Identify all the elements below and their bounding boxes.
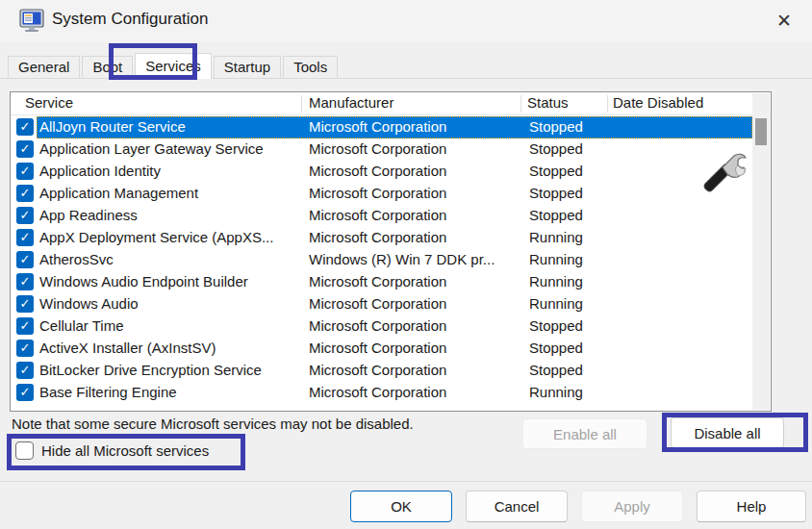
table-row[interactable]: ✓Base Filtering EngineMicrosoft Corporat…	[11, 382, 753, 404]
cell-service: Application Layer Gateway Service	[39, 140, 297, 157]
cell-manufacturer: Microsoft Corporation	[309, 295, 520, 312]
cell-status: Stopped	[529, 207, 611, 223]
vertical-scrollbar[interactable]	[752, 93, 770, 410]
cell-manufacturer: Microsoft Corporation	[309, 229, 520, 245]
cell-status: Stopped	[529, 118, 611, 135]
column-divider	[301, 95, 302, 113]
table-row[interactable]: ✓BitLocker Drive Encryption ServiceMicro…	[11, 360, 753, 382]
service-checkbox[interactable]: ✓	[16, 295, 34, 313]
scrollbar-thumb[interactable]	[755, 118, 767, 145]
column-header-manufacturer[interactable]: Manufacturer	[309, 94, 393, 111]
service-checkbox[interactable]: ✓	[16, 273, 34, 290]
table-row[interactable]: ✓Application Layer Gateway ServiceMicros…	[11, 139, 753, 161]
table-rows: ✓AllJoyn Router ServiceMicrosoft Corpora…	[11, 116, 753, 404]
cell-status: Running	[529, 251, 611, 267]
table-row[interactable]: ✓App ReadinessMicrosoft CorporationStopp…	[11, 205, 753, 227]
service-checkbox[interactable]: ✓	[16, 340, 34, 357]
cell-manufacturer: Microsoft Corporation	[309, 207, 520, 223]
cell-status: Stopped	[529, 163, 611, 179]
cell-service: Cellular Time	[39, 317, 297, 334]
table-header: Service Manufacturer Status Date Disable…	[11, 92, 771, 115]
cell-service: Windows Audio	[39, 295, 297, 312]
service-checkbox[interactable]: ✓	[16, 163, 34, 180]
cell-manufacturer: Microsoft Corporation	[309, 185, 520, 201]
table-row[interactable]: ✓Windows Audio Endpoint BuilderMicrosoft…	[11, 271, 753, 293]
column-header-status[interactable]: Status	[527, 94, 569, 111]
hide-microsoft-services-checkbox[interactable]	[15, 441, 34, 460]
cell-manufacturer: Microsoft Corporation	[309, 340, 520, 356]
cell-service: App Readiness	[39, 207, 297, 223]
table-row[interactable]: ✓AppX Deployment Service (AppXS...Micros…	[11, 227, 753, 249]
cell-service: Application Management	[39, 185, 297, 201]
cell-status: Running	[529, 384, 611, 400]
table-row[interactable]: ✓AllJoyn Router ServiceMicrosoft Corpora…	[11, 116, 753, 139]
cell-manufacturer: Microsoft Corporation	[309, 163, 520, 179]
disable-all-button[interactable]: Disable all	[671, 417, 784, 448]
cell-status: Running	[529, 229, 611, 245]
cell-service: Windows Audio Endpoint Builder	[39, 273, 297, 290]
tabstrip-underline	[0, 78, 812, 79]
footer-divider	[0, 481, 812, 482]
table-row[interactable]: ✓Windows AudioMicrosoft CorporationRunni…	[11, 293, 753, 315]
service-checkbox[interactable]: ✓	[16, 362, 34, 379]
service-checkbox[interactable]: ✓	[16, 185, 34, 202]
cell-status: Stopped	[529, 362, 611, 378]
close-icon[interactable]: ✕	[770, 6, 799, 35]
window-title: System Configuration	[52, 10, 209, 29]
cell-service: AppX Deployment Service (AppXS...	[39, 229, 297, 245]
enable-all-button[interactable]: Enable all	[522, 418, 647, 449]
cell-service: Base Filtering Engine	[39, 384, 297, 400]
cell-status: Stopped	[529, 340, 611, 356]
service-checkbox[interactable]: ✓	[16, 229, 34, 246]
cell-manufacturer: Microsoft Corporation	[309, 273, 520, 290]
title-bar: System Configuration ✕	[0, 0, 812, 42]
cell-service: AllJoyn Router Service	[39, 118, 297, 135]
cell-status: Stopped	[529, 185, 611, 201]
cell-service: BitLocker Drive Encryption Service	[39, 362, 297, 378]
tab-startup[interactable]: Startup	[214, 56, 281, 79]
note-text: Note that some secure Microsoft services…	[12, 416, 414, 432]
hide-microsoft-services-label: Hide all Microsoft services	[41, 442, 209, 459]
cell-manufacturer: Microsoft Corporation	[309, 384, 520, 400]
cell-status: Running	[529, 295, 611, 312]
service-checkbox[interactable]: ✓	[16, 118, 34, 136]
service-checkbox[interactable]: ✓	[16, 251, 34, 268]
column-header-date-disabled[interactable]: Date Disabled	[613, 94, 703, 111]
msconfig-icon	[19, 9, 46, 33]
cell-status: Running	[529, 273, 611, 290]
table-row[interactable]: ✓Application IdentityMicrosoft Corporati…	[11, 161, 753, 183]
tab-tools[interactable]: Tools	[283, 56, 338, 79]
column-divider	[607, 95, 608, 113]
tab-general[interactable]: General	[8, 56, 80, 79]
cell-service: ActiveX Installer (AxInstSV)	[39, 340, 297, 356]
tab-boot[interactable]: Boot	[82, 56, 133, 79]
table-row[interactable]: ✓Application ManagementMicrosoft Corpora…	[11, 183, 753, 205]
cell-manufacturer: Microsoft Corporation	[309, 140, 520, 157]
service-checkbox[interactable]: ✓	[16, 140, 34, 158]
cell-manufacturer: Microsoft Corporation	[309, 118, 520, 135]
cell-status: Stopped	[529, 140, 611, 157]
table-row[interactable]: ✓AtherosSvcWindows (R) Win 7 DDK pr...Ru…	[11, 249, 753, 271]
apply-button[interactable]: Apply	[581, 491, 683, 522]
hide-microsoft-services-row: Hide all Microsoft services	[15, 441, 209, 460]
hammer-cursor-icon	[696, 148, 751, 204]
table-row[interactable]: ✓Cellular TimeMicrosoft CorporationStopp…	[11, 315, 753, 338]
column-divider	[520, 95, 521, 113]
column-header-service[interactable]: Service	[25, 94, 73, 111]
cell-manufacturer: Microsoft Corporation	[309, 362, 520, 378]
service-checkbox[interactable]: ✓	[16, 317, 34, 335]
cell-manufacturer: Windows (R) Win 7 DDK pr...	[309, 251, 520, 267]
cell-service: AtherosSvc	[39, 251, 297, 267]
service-checkbox[interactable]: ✓	[16, 207, 34, 224]
ok-button[interactable]: OK	[350, 491, 452, 522]
cell-service: Application Identity	[39, 163, 297, 179]
services-table: Service Manufacturer Status Date Disable…	[10, 91, 772, 412]
cell-status: Stopped	[529, 317, 611, 334]
service-checkbox[interactable]: ✓	[16, 384, 34, 401]
help-button[interactable]: Help	[697, 491, 806, 522]
tab-services[interactable]: Services	[135, 53, 212, 79]
table-row[interactable]: ✓ActiveX Installer (AxInstSV)Microsoft C…	[11, 338, 753, 360]
cell-manufacturer: Microsoft Corporation	[309, 317, 520, 334]
cancel-button[interactable]: Cancel	[466, 491, 568, 522]
tab-strip: GeneralBootServicesStartupTools	[8, 54, 340, 79]
